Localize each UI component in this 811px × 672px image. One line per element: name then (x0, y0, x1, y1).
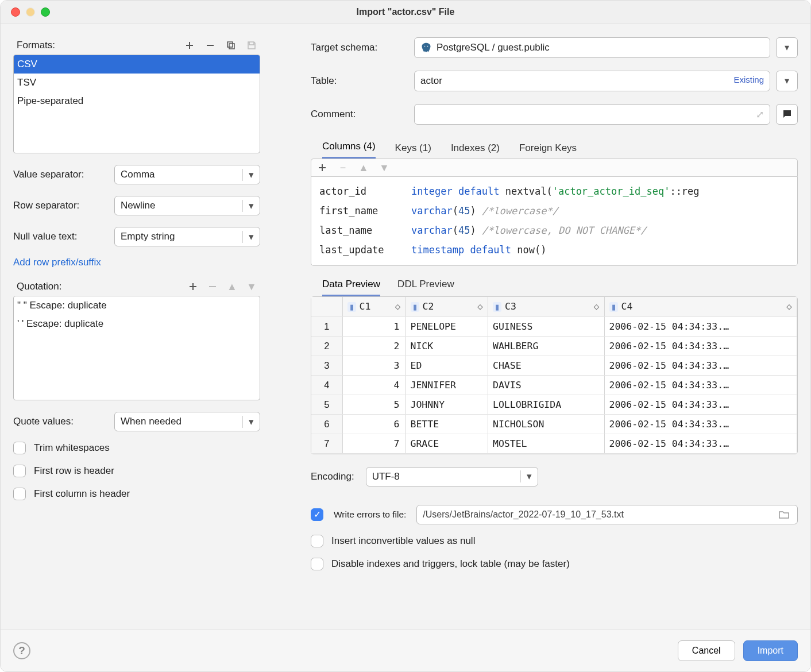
remove-column-icon: − (338, 163, 348, 173)
comment-input[interactable]: ⤢ (414, 104, 770, 125)
window-title: Import "actor.csv" File (1, 7, 810, 17)
quotation-label: Quotation: (17, 281, 61, 292)
trim-whitespaces-label: Trim whitespaces (34, 442, 110, 454)
move-down-icon: ▼ (246, 281, 257, 292)
cancel-button[interactable]: Cancel (678, 640, 735, 661)
insert-null-label: Insert inconvertible values as null (331, 535, 475, 547)
write-errors-checkbox[interactable]: ✓ (311, 508, 323, 521)
column-def[interactable]: first_name varchar(45) /*lowercase*/ (311, 201, 797, 221)
tab-indexes[interactable]: Indexes (2) (451, 142, 500, 159)
target-schema-dropdown[interactable]: ▾ (776, 37, 798, 58)
table-input[interactable]: actor Existing (414, 71, 770, 91)
table-row[interactable]: 33EDCHASE2006-02-15 04:34:33.… (311, 356, 797, 375)
quotation-list[interactable]: " " Escape: duplicate ' ' Escape: duplic… (13, 296, 260, 400)
table-row[interactable]: 11PENELOPEGUINESS2006-02-15 04:34:33.… (311, 316, 797, 336)
column-def[interactable]: actor_id integer default nextval('actor_… (311, 181, 797, 201)
table-row[interactable]: 22NICKWAHLBERG2006-02-15 04:34:33.… (311, 336, 797, 356)
columns-schema: actor_id integer default nextval('actor_… (311, 176, 798, 266)
value-separator-label: Value separator: (13, 169, 114, 180)
trim-whitespaces-checkbox[interactable] (13, 442, 26, 454)
add-column-icon[interactable] (317, 163, 327, 173)
column-header[interactable]: ▮C1◇ (342, 297, 406, 316)
format-item[interactable]: Pipe-separated (14, 92, 260, 110)
write-errors-path-input[interactable]: /Users/JetBrains/actor_2022-07-19_10_17_… (416, 505, 798, 524)
folder-icon[interactable] (779, 510, 789, 519)
add-format-icon[interactable] (184, 40, 195, 51)
format-item[interactable]: TSV (14, 74, 260, 92)
first-col-header-label: First column is header (34, 488, 130, 500)
existing-badge: Existing (733, 75, 764, 84)
null-value-label: Null value text: (13, 231, 114, 242)
tab-foreign-keys[interactable]: Foreign Keys (519, 142, 577, 159)
remove-format-icon[interactable] (205, 40, 215, 51)
table-row[interactable]: 44JENNIFERDAVIS2006-02-15 04:34:33.… (311, 375, 797, 395)
tab-ddl-preview[interactable]: DDL Preview (397, 279, 454, 296)
quote-values-label: Quote values: (13, 416, 114, 427)
chevron-down-icon: ▾ (242, 169, 260, 181)
first-col-header-checkbox[interactable] (13, 488, 26, 500)
column-def[interactable]: last_name varchar(45) /*lowercase, DO NO… (311, 221, 797, 240)
target-schema-select[interactable]: PostgreSQL / guest.public (414, 37, 770, 58)
table-row[interactable]: 66BETTENICHOLSON2006-02-15 04:34:33.… (311, 414, 797, 434)
disable-indexes-label: Disable indexes and triggers, lock table… (331, 558, 570, 570)
first-row-header-checkbox[interactable] (13, 465, 26, 477)
formats-list[interactable]: CSV TSV Pipe-separated (13, 55, 260, 153)
move-up-icon: ▲ (358, 163, 369, 173)
value-separator-select[interactable]: Comma ▾ (114, 165, 260, 184)
move-up-icon: ▲ (227, 281, 237, 292)
chevron-down-icon: ▾ (242, 231, 260, 243)
svg-rect-1 (229, 44, 234, 49)
column-def[interactable]: last_update timestamp default now() (311, 240, 797, 260)
format-item[interactable]: CSV (14, 55, 260, 74)
tab-data-preview[interactable]: Data Preview (322, 279, 380, 296)
save-format-icon (246, 40, 257, 51)
encoding-label: Encoding: (311, 471, 354, 482)
tab-keys[interactable]: Keys (1) (395, 142, 431, 159)
svg-point-2 (424, 46, 426, 47)
first-row-header-label: First row is header (34, 465, 114, 477)
target-schema-label: Target schema: (311, 42, 414, 53)
disable-indexes-checkbox[interactable] (311, 558, 323, 570)
comment-label: Comment: (311, 109, 414, 120)
null-value-select[interactable]: Empty string ▾ (114, 227, 260, 246)
quote-values-select[interactable]: When needed ▾ (114, 412, 260, 431)
data-preview-table[interactable]: ▮C1◇ ▮C2◇ ▮C3◇ ▮C4◇ 11PENELOPEGUINESS200… (311, 296, 798, 454)
chevron-down-icon: ▾ (242, 200, 260, 212)
table-dropdown[interactable]: ▾ (776, 71, 798, 91)
table-row[interactable]: 55JOHNNYLOLLOBRIGIDA2006-02-15 04:34:33.… (311, 395, 797, 414)
help-button[interactable]: ? (13, 642, 30, 659)
quotation-item[interactable]: ' ' Escape: duplicate (14, 315, 260, 333)
titlebar: Import "actor.csv" File (1, 1, 810, 24)
table-row[interactable]: 77GRACEMOSTEL2006-02-15 04:34:33.… (311, 434, 797, 453)
formats-label: Formats: (17, 40, 55, 51)
svg-rect-0 (227, 42, 233, 47)
expand-icon[interactable]: ⤢ (756, 109, 764, 121)
column-header[interactable]: ▮C2◇ (406, 297, 488, 316)
add-quotation-icon[interactable] (188, 281, 198, 292)
chevron-down-icon: ▾ (242, 416, 260, 428)
write-errors-label: Write errors to file: (334, 509, 406, 520)
column-header[interactable]: ▮C3◇ (488, 297, 604, 316)
encoding-select[interactable]: UTF-8 ▾ (366, 467, 538, 486)
insert-null-checkbox[interactable] (311, 535, 323, 547)
chevron-down-icon: ▾ (520, 470, 538, 482)
row-separator-label: Row separator: (13, 200, 114, 211)
add-row-prefix-link[interactable]: Add row prefix/suffix (13, 257, 260, 268)
copy-format-icon[interactable] (226, 40, 236, 51)
column-header[interactable]: ▮C4◇ (604, 297, 797, 316)
postgresql-icon (420, 42, 432, 53)
quotation-item[interactable]: " " Escape: duplicate (14, 296, 260, 315)
svg-point-3 (427, 46, 428, 47)
import-button[interactable]: Import (743, 640, 798, 661)
table-label: Table: (311, 75, 414, 87)
row-separator-select[interactable]: Newline ▾ (114, 196, 260, 215)
remove-quotation-icon (207, 281, 218, 292)
tab-columns[interactable]: Columns (4) (322, 141, 376, 159)
comment-bubble-button[interactable] (776, 104, 798, 125)
move-down-icon: ▼ (379, 163, 389, 173)
